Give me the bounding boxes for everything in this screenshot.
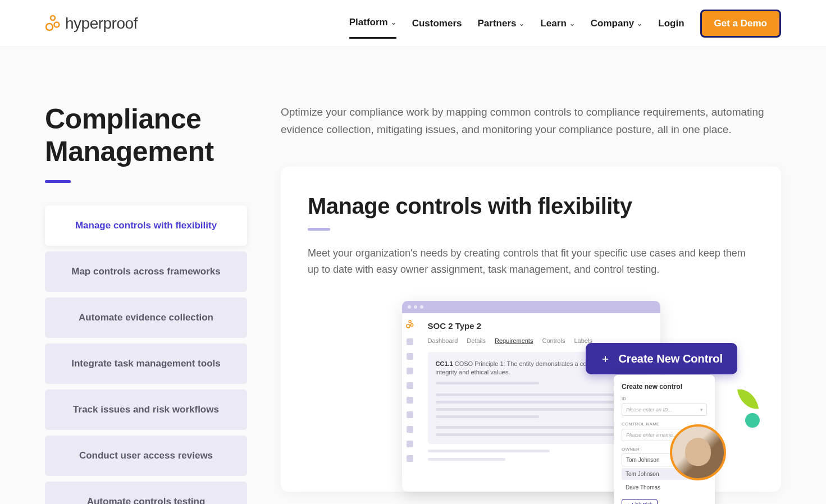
app-titlebar [402, 301, 660, 313]
chevron-down-icon: ⌄ [569, 20, 575, 28]
svg-point-2 [54, 22, 60, 27]
nav-platform[interactable]: Platform ⌄ [349, 8, 396, 39]
main-content: Optimize your compliance work by mapping… [281, 103, 781, 504]
main-container: Compliance Management Manage controls wi… [0, 47, 826, 504]
window-dot [414, 305, 417, 309]
content-body: Meet your organization's needs by creati… [308, 245, 754, 278]
sidebar-icon [407, 411, 413, 418]
program-title: SOC 2 Type 2 [428, 321, 650, 331]
dropdown-icon: ▾ [700, 407, 702, 413]
program-tab-controls[interactable]: Controls [542, 337, 565, 344]
plus-icon: ＋ [600, 352, 610, 365]
text-placeholder [436, 382, 539, 384]
nav-customers[interactable]: Customers [412, 9, 462, 38]
get-demo-button[interactable]: Get a Demo [700, 10, 781, 38]
owner-option[interactable]: Dave Thomas [622, 482, 707, 493]
avatar-face [685, 438, 711, 466]
svg-point-1 [46, 24, 53, 30]
sidebar-icon [407, 368, 413, 374]
link-risk-button[interactable]: + Link Risk [622, 499, 658, 504]
svg-point-4 [407, 324, 410, 328]
nav-learn[interactable]: Learn ⌄ [540, 9, 574, 38]
content-card: Manage controls with flexibility Meet yo… [281, 167, 781, 492]
id-input[interactable]: Please enter an ID... ▾ [622, 404, 707, 416]
chevron-down-icon: ⌄ [519, 20, 524, 28]
id-label: ID [622, 396, 707, 401]
nav-partners[interactable]: Partners ⌄ [478, 9, 525, 38]
content-title: Manage controls with flexibility [308, 194, 754, 219]
tab-track-issues[interactable]: Track issues and risk workflows [45, 390, 247, 430]
tab-automate-testing[interactable]: Automate controls testing [45, 482, 247, 504]
program-tab-dashboard[interactable]: Dashboard [428, 337, 458, 344]
nav-login[interactable]: Login [658, 9, 684, 38]
text-placeholder [428, 450, 550, 452]
logo-text: hyperproof [65, 15, 138, 33]
sidebar-icon [407, 441, 413, 447]
chevron-down-icon: ⌄ [391, 19, 396, 26]
tab-access-reviews[interactable]: Conduct user access reviews [45, 436, 247, 476]
sidebar-icon [407, 397, 413, 404]
window-dot [408, 305, 411, 309]
tab-automate-evidence[interactable]: Automate evidence collection [45, 297, 247, 338]
sidebar-icon [407, 455, 413, 462]
app-logo-icon [406, 320, 414, 331]
window-dot [420, 305, 423, 309]
sidebar-icon [407, 338, 413, 345]
svg-point-0 [51, 16, 55, 20]
text-placeholder [436, 408, 642, 411]
nav-company[interactable]: Company ⌄ [591, 9, 642, 38]
logo[interactable]: hyperproof [45, 15, 138, 33]
tab-integrate-tasks[interactable]: Integrate task management tools [45, 343, 247, 384]
sidebar-icon [407, 426, 413, 433]
svg-point-5 [410, 324, 413, 327]
title-underline [45, 180, 71, 183]
plus-icon: + [627, 502, 629, 504]
product-mockup: SOC 2 Type 2 Dashboard Details Requireme… [308, 301, 754, 492]
main-nav: Platform ⌄ Customers Partners ⌄ Learn ⌄ … [349, 8, 781, 39]
program-tab-requirements[interactable]: Requirements [495, 337, 533, 344]
sidebar: Compliance Management Manage controls wi… [45, 103, 247, 504]
tab-map-controls[interactable]: Map controls across frameworks [45, 251, 247, 292]
avatar [670, 424, 726, 480]
sidebar-icon [407, 382, 413, 389]
text-placeholder [436, 433, 642, 436]
app-sidebar [402, 313, 418, 469]
content-underline [308, 228, 330, 231]
logo-icon [45, 15, 61, 33]
program-tab-details[interactable]: Details [467, 337, 486, 344]
text-placeholder [436, 415, 539, 418]
text-placeholder [436, 401, 642, 404]
feature-tabs: Manage controls with flexibility Map con… [45, 205, 247, 504]
chevron-down-icon: ⌄ [637, 20, 642, 28]
text-placeholder [436, 393, 642, 396]
site-header: hyperproof Platform ⌄ Customers Partners… [0, 0, 826, 47]
svg-point-3 [409, 320, 411, 323]
text-placeholder [428, 458, 506, 461]
create-control-button[interactable]: ＋ Create New Control [586, 343, 737, 374]
intro-text: Optimize your compliance work by mapping… [281, 103, 781, 139]
panel-title: Create new control [622, 383, 707, 391]
text-placeholder [436, 426, 642, 429]
page-title: Compliance Management [45, 103, 247, 168]
sidebar-icon [407, 353, 413, 360]
tab-manage-controls[interactable]: Manage controls with flexibility [45, 205, 247, 246]
decoration-dot [745, 413, 760, 428]
decoration-leaf [737, 387, 759, 412]
